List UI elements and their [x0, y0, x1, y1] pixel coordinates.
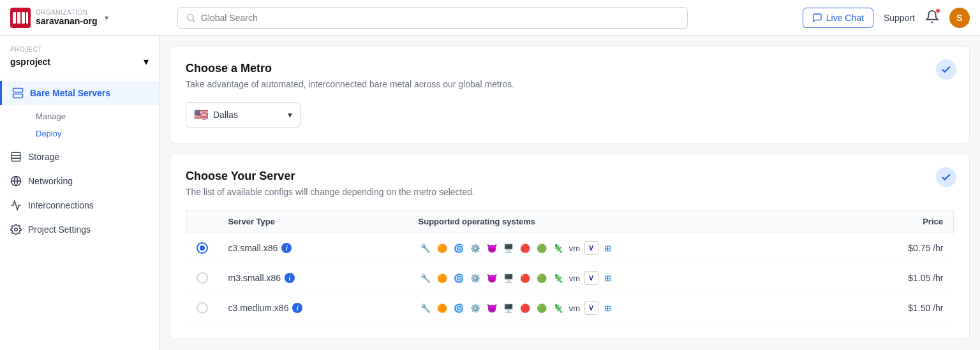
project-selector[interactable]: gsproject ▾	[10, 55, 149, 68]
metro-selected-label: Dallas	[213, 110, 238, 120]
os-redhat-icon: 🔴	[518, 241, 532, 255]
row2-name-cell: m3.small.x86 i	[218, 263, 408, 293]
row2-info-icon[interactable]: i	[285, 273, 295, 283]
row2-os-cell: 🔧 🟠 🌀 ⚙️ 😈 🖥️ 🔴 🟢 🦎 vm V	[408, 263, 842, 293]
live-chat-button[interactable]: Live Chat	[803, 8, 873, 28]
row3-info-icon[interactable]: i	[292, 303, 302, 313]
os-flatcar-icon: 🟢	[535, 241, 549, 255]
os-custom-icon3: 🔧	[419, 301, 433, 315]
svg-rect-1	[13, 12, 16, 24]
row1-os-icons: 🔧 🟠 🌀 ⚙️ 😈 🖥️ 🔴 🟢 🦎 vm V	[419, 241, 832, 255]
os-suse-icon3: 🦎	[551, 301, 565, 315]
sidebar-item-project-settings[interactable]: Project Settings	[0, 217, 159, 242]
svg-rect-4	[26, 12, 28, 24]
search-input[interactable]	[201, 13, 679, 23]
os-windows-icon2: ⊞	[601, 271, 615, 285]
row2-name-label: m3.small.x86	[228, 273, 281, 283]
os-vmware-icon2: vm	[568, 271, 582, 285]
settings-icon	[10, 224, 22, 235]
col-os: Supported operating systems	[408, 210, 842, 233]
row2-radio-cell[interactable]	[186, 263, 218, 293]
os-custom-icon2: 🔧	[419, 271, 433, 285]
svg-rect-11	[11, 152, 20, 161]
topnav-right: Live Chat Support S	[803, 8, 970, 28]
sidebar-item-storage[interactable]: Storage	[0, 145, 159, 169]
svg-rect-2	[17, 12, 20, 24]
sidebar-item-networking[interactable]: Networking	[0, 169, 159, 193]
os-ubuntu-icon: 🟠	[435, 241, 449, 255]
server-table: Server Type Supported operating systems …	[186, 210, 954, 323]
sidebar-sub-deploy[interactable]: Deploy	[28, 125, 159, 142]
table-header-row: Server Type Supported operating systems …	[186, 210, 954, 233]
os-flatcar-icon3: 🟢	[535, 301, 549, 315]
sidebar-sub-manage[interactable]: Manage	[28, 108, 159, 125]
col-server-type: Server Type	[218, 210, 408, 233]
sidebar-divider	[0, 78, 159, 78]
sidebar-item-interconnections-label: Interconnections	[28, 200, 94, 210]
os-debian-icon: 🌀	[452, 241, 466, 255]
server-title: Choose Your Server	[186, 170, 954, 183]
os-ubuntu-icon3: 🟠	[435, 301, 449, 315]
sidebar-sub-menu: Manage Deploy	[0, 105, 159, 145]
os-suse-icon: 🦎	[551, 241, 565, 255]
chat-icon	[812, 13, 822, 23]
row3-radio[interactable]	[197, 302, 208, 314]
notification-badge	[935, 8, 940, 13]
os-vmware-icon: vm	[568, 241, 582, 255]
org-chevron-icon[interactable]: ▾	[105, 13, 108, 22]
support-link[interactable]: Support	[884, 13, 915, 23]
storage-icon	[10, 151, 22, 163]
os-esxi-icon: 🖥️	[501, 241, 516, 255]
main-layout: PROJECT gsproject ▾ Bare Metal Servers M…	[0, 36, 980, 350]
metro-dropdown[interactable]: 🇺🇸 Dallas ▾	[186, 102, 301, 128]
manage-label: Manage	[36, 112, 66, 121]
row2-name: m3.small.x86 i	[228, 273, 398, 283]
os-debian-icon2: 🌀	[452, 271, 466, 285]
row3-os-icons: 🔧 🟠 🌀 ⚙️ 😈 🖥️ 🔴 🟢 🦎 vm V	[419, 301, 832, 315]
os-windows-icon3: ⊞	[601, 301, 615, 315]
check-icon	[940, 64, 952, 75]
os-virtuozzo-icon2: V	[584, 271, 598, 285]
row1-info-icon[interactable]: i	[281, 243, 292, 253]
server-check-icon	[940, 171, 952, 183]
os-centos-icon3: ⚙️	[468, 301, 482, 315]
notifications-button[interactable]	[925, 10, 939, 26]
row1-radio-cell[interactable]	[186, 233, 218, 263]
row2-radio[interactable]	[197, 272, 208, 284]
project-name: gsproject	[10, 57, 50, 67]
table-row: m3.small.x86 i 🔧 🟠 🌀 ⚙️ 😈 🖥	[186, 263, 954, 293]
org-label: ORGANIZATION	[36, 9, 97, 16]
dallas-flag-icon: 🇺🇸	[194, 108, 208, 122]
row3-radio-cell[interactable]	[186, 293, 218, 323]
interconnections-icon	[10, 200, 22, 211]
metro-desc: Take advantage of automated, interconnec…	[186, 79, 954, 89]
row2-price-cell: $1.05 /hr	[842, 263, 954, 293]
sidebar-item-interconnections[interactable]: Interconnections	[0, 193, 159, 217]
os-esxi-icon3: 🖥️	[501, 301, 516, 315]
sidebar-item-project-settings-label: Project Settings	[28, 224, 91, 235]
metro-select-inner: 🇺🇸 Dallas	[194, 108, 238, 122]
os-custom-icon: 🔧	[419, 241, 433, 255]
project-chevron-icon: ▾	[144, 55, 149, 68]
avatar[interactable]: S	[949, 8, 970, 28]
os-virtuozzo-icon: V	[584, 241, 598, 255]
row1-radio[interactable]	[197, 242, 208, 254]
svg-rect-8	[13, 94, 23, 98]
svg-point-5	[188, 14, 193, 20]
live-chat-label: Live Chat	[826, 13, 864, 23]
metro-title: Choose a Metro	[186, 62, 954, 75]
row2-os-icons: 🔧 🟠 🌀 ⚙️ 😈 🖥️ 🔴 🟢 🦎 vm V	[419, 271, 832, 285]
logo-icon	[10, 8, 31, 28]
row3-price: $1.50 /hr	[908, 303, 943, 313]
sidebar-item-bare-metal[interactable]: Bare Metal Servers	[0, 81, 159, 105]
metro-chevron-icon: ▾	[288, 110, 292, 120]
deploy-label: Deploy	[36, 129, 61, 138]
row3-name-label: c3.medium.x86	[228, 303, 289, 313]
col-select	[186, 210, 218, 233]
server-icon	[12, 87, 24, 99]
row3-os-cell: 🔧 🟠 🌀 ⚙️ 😈 🖥️ 🔴 🟢 🦎 vm V	[408, 293, 842, 323]
svg-rect-7	[13, 89, 23, 92]
networking-icon	[10, 175, 22, 187]
sidebar-item-networking-label: Networking	[28, 176, 73, 186]
os-ubuntu-icon2: 🟠	[435, 271, 449, 285]
